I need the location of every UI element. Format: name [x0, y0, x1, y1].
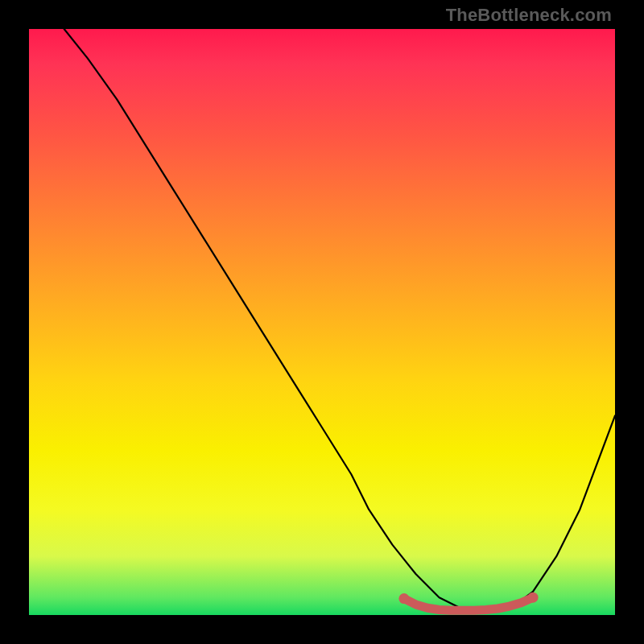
plot-area: [29, 29, 615, 615]
bottleneck-curve: [64, 29, 615, 612]
chart-container: TheBottleneck.com: [0, 0, 644, 644]
chart-svg: [29, 29, 615, 615]
safe-zone-marker: [404, 597, 533, 610]
marker-end-dot: [528, 592, 539, 603]
watermark-text: TheBottleneck.com: [446, 5, 612, 26]
marker-end-dot: [398, 593, 409, 604]
